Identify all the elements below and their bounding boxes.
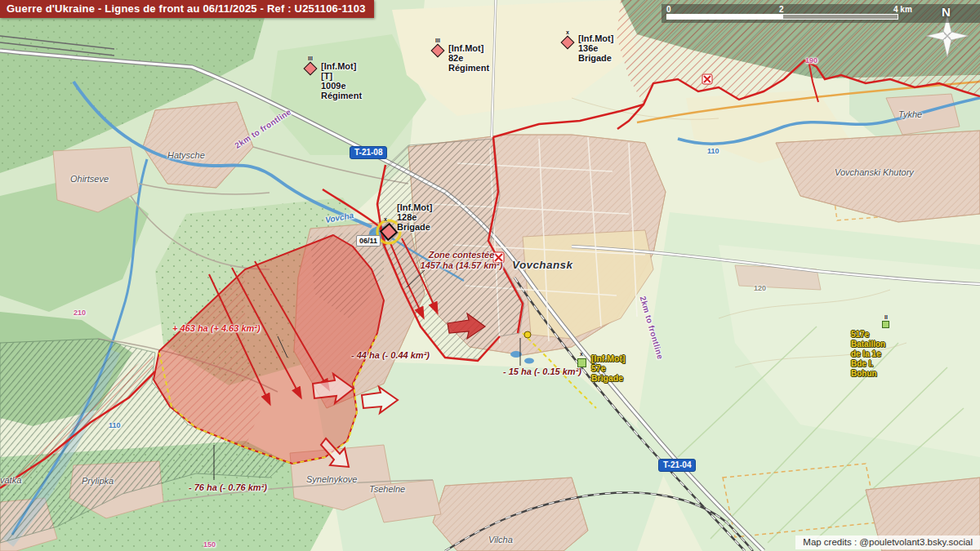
unit-label: [Inf.Mot]57e Brigade: [591, 353, 625, 383]
compass-north-label: N: [942, 5, 951, 19]
loss-label-76: - 76 ha (- 0.76 km²): [189, 482, 267, 492]
map-screenshot: Guerre d'Ukraine - Lignes de front au 06…: [0, 0, 980, 551]
place-prylipka: Prylipka: [82, 476, 114, 486]
contested-zone-label: Zone contestée1457 ha (14.57 km²): [411, 250, 512, 271]
friendly-unit-icon: [882, 321, 889, 328]
place-tykhe: Tykhe: [898, 109, 922, 119]
unit-label: [Inf.Mot]128e Brigade: [397, 202, 432, 232]
map-canvas[interactable]: [0, 0, 980, 551]
scale-tick-4: 4 km: [893, 5, 912, 14]
place-tsehelne: Tsehelne: [369, 484, 405, 494]
map-title: Guerre d'Ukraine - Lignes de front au 06…: [7, 2, 366, 15]
loss-label-44: - 44 ha (- 0.44 km²): [351, 350, 430, 360]
ref-number-120: 120: [754, 284, 766, 292]
enemy-unit-icon: [561, 36, 575, 50]
unit-marker-136e[interactable]: x [Inf.Mot]136e Brigade: [558, 29, 577, 47]
place-vovchansk: Vovchansk: [512, 259, 572, 271]
ref-number-110b: 110: [109, 421, 121, 429]
place-vatka: vatka: [0, 475, 21, 485]
enemy-unit-icon: [304, 62, 318, 76]
place-synelnykove: Synelnykove: [306, 474, 357, 484]
enemy-unit-icon: [431, 44, 445, 58]
map-credits: Map credits : @pouletvolant3.bsky.social: [795, 535, 980, 549]
ref-number-150: 150: [203, 540, 216, 549]
unit-marker-1009e[interactable]: III [Inf.Mot][T]1009e Régiment: [301, 56, 320, 73]
ref-number-190: 190: [805, 56, 817, 64]
unit-label: [Inf.Mot][T]1009e Régiment: [321, 61, 362, 100]
place-hatysche: Hatysche: [167, 150, 205, 160]
title-banner: Guerre d'Ukraine - Lignes de front au 06…: [0, 0, 374, 18]
loss-label-15: - 15 ha (- 0.15 km²): [503, 367, 581, 376]
place-vilcha: Vilcha: [488, 535, 513, 544]
road-badge-t2108[interactable]: T-21-08: [350, 146, 387, 159]
scale-tick-0: 0: [666, 5, 671, 14]
scale-bar: 0 2 4 km: [662, 4, 980, 23]
road-badge-t2104[interactable]: T-21-04: [658, 459, 696, 472]
scale-segment-1: [666, 14, 782, 20]
unit-label: 517e Bataillonde la 1e Bde I. Bohun: [851, 330, 885, 379]
ref-number-210: 210: [74, 309, 86, 317]
scale-tick-2: 2: [779, 5, 784, 14]
scale-segment-2: [782, 14, 898, 20]
unit-label: [Inf.Mot]136e Brigade: [578, 33, 613, 63]
gain-label: + 463 ha (+ 4.63 km²): [172, 323, 261, 333]
unit-label: [Inf.Mot]82e Régiment: [448, 43, 489, 73]
unit-marker-57e[interactable]: x [Inf.Mot]57e Brigade: [572, 351, 591, 367]
date-chip: 06/11: [356, 235, 381, 247]
place-vovchanski-khutory: Vovchanski Khutory: [835, 167, 914, 177]
unit-marker-82e[interactable]: III [Inf.Mot]82e Régiment: [428, 38, 448, 56]
place-ohirtseve: Ohirtseve: [70, 174, 109, 184]
ref-number-110a: 110: [707, 147, 719, 155]
